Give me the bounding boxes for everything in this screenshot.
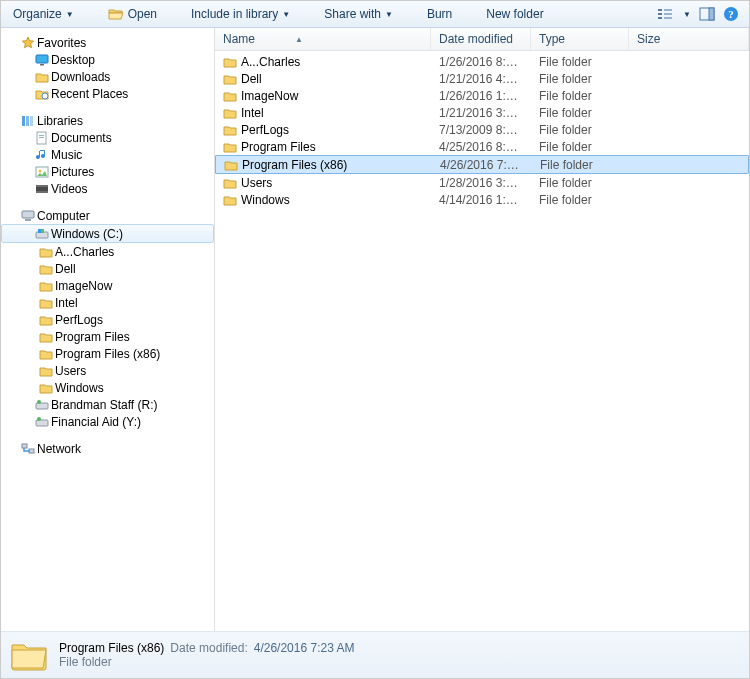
dropdown-icon[interactable]: ▼ xyxy=(683,10,691,19)
open-button[interactable]: Open xyxy=(102,5,163,23)
share-label: Share with xyxy=(324,7,381,21)
cell-name: ImageNow xyxy=(215,89,431,103)
nav-item-label: Recent Places xyxy=(51,87,128,101)
svg-rect-7 xyxy=(709,8,714,20)
content-pane: Name ▲ Date modified Type Size A...Charl… xyxy=(215,28,749,631)
nav-item-label: Financial Aid (Y:) xyxy=(51,415,141,429)
nav-tree-folder[interactable]: Users xyxy=(1,362,214,379)
file-row[interactable]: Program Files4/25/2016 8:24 AMFile folde… xyxy=(215,138,749,155)
organize-button[interactable]: Organize ▼ xyxy=(7,5,80,23)
folder-icon xyxy=(37,246,55,258)
col-name[interactable]: Name ▲ xyxy=(215,28,431,50)
videos-icon xyxy=(33,183,51,195)
col-date[interactable]: Date modified xyxy=(431,28,531,50)
svg-rect-2 xyxy=(658,17,662,19)
nav-tree-folder[interactable]: PerfLogs xyxy=(1,311,214,328)
folder-icon xyxy=(223,73,237,85)
newfolder-label: New folder xyxy=(486,7,543,21)
nav-item-label: A...Charles xyxy=(55,245,114,259)
cell-date: 1/26/2016 1:45 PM xyxy=(431,89,531,103)
cell-type: File folder xyxy=(531,176,629,190)
include-library-button[interactable]: Include in library ▼ xyxy=(185,5,296,23)
nav-network-header[interactable]: Network xyxy=(1,440,214,457)
col-type[interactable]: Type xyxy=(531,28,629,50)
file-row[interactable]: Windows4/14/2016 1:03 AMFile folder xyxy=(215,191,749,208)
nav-drive-r[interactable]: Brandman Staff (R:) xyxy=(1,396,214,413)
file-row[interactable]: Program Files (x86)4/26/2016 7:23 AMFile… xyxy=(215,155,749,174)
cell-name: Users xyxy=(215,176,431,190)
nav-computer-header[interactable]: Computer xyxy=(1,207,214,224)
cell-date: 1/28/2016 3:17 PM xyxy=(431,176,531,190)
pictures-icon xyxy=(33,166,51,178)
file-row[interactable]: A...Charles1/26/2016 8:25 AMFile folder xyxy=(215,53,749,70)
file-name: A...Charles xyxy=(241,55,300,69)
file-name: PerfLogs xyxy=(241,123,289,137)
file-row[interactable]: Intel1/21/2016 3:59 PMFile folder xyxy=(215,104,749,121)
file-row[interactable]: Users1/28/2016 3:17 PMFile folder xyxy=(215,174,749,191)
toolbar: Organize ▼ Open Include in library ▼ Sha… xyxy=(1,1,749,28)
downloads-icon xyxy=(33,71,51,83)
nav-videos[interactable]: Videos xyxy=(1,180,214,197)
nav-tree-folder[interactable]: Program Files (x86) xyxy=(1,345,214,362)
svg-point-32 xyxy=(37,417,41,421)
nav-network-group: Network xyxy=(1,440,214,457)
svg-rect-23 xyxy=(36,191,48,193)
help-icon[interactable]: ? xyxy=(723,6,739,22)
nav-favorites-group: Favorites Desktop Downloads Recent Place… xyxy=(1,34,214,102)
svg-rect-11 xyxy=(40,64,44,66)
toolbar-right: ▼ ? xyxy=(657,6,743,22)
nav-item-label: Desktop xyxy=(51,53,95,67)
nav-pictures[interactable]: Pictures xyxy=(1,163,214,180)
network-icon xyxy=(19,443,37,455)
nav-tree-folder[interactable]: Program Files xyxy=(1,328,214,345)
preview-pane-icon[interactable] xyxy=(699,7,715,21)
cell-date: 4/26/2016 7:23 AM xyxy=(432,158,532,172)
folder-icon xyxy=(223,107,237,119)
file-row[interactable]: PerfLogs7/13/2009 8:20 PMFile folder xyxy=(215,121,749,138)
nav-tree-folder[interactable]: ImageNow xyxy=(1,277,214,294)
libraries-label: Libraries xyxy=(37,114,83,128)
nav-desktop[interactable]: Desktop xyxy=(1,51,214,68)
cell-name: Windows xyxy=(215,193,431,207)
burn-button[interactable]: Burn xyxy=(421,5,458,23)
nav-libraries-group: Libraries Documents Music Pictures Video… xyxy=(1,112,214,197)
cell-date: 4/25/2016 8:24 AM xyxy=(431,140,531,154)
nav-tree-folder[interactable]: Dell xyxy=(1,260,214,277)
dropdown-icon: ▼ xyxy=(66,10,74,19)
nav-drive-c[interactable]: Windows (C:) xyxy=(1,224,214,243)
nav-tree-folder[interactable]: Windows xyxy=(1,379,214,396)
svg-rect-15 xyxy=(30,116,33,126)
nav-recent[interactable]: Recent Places xyxy=(1,85,214,102)
col-size[interactable]: Size xyxy=(629,28,749,50)
nav-tree-folder[interactable]: Intel xyxy=(1,294,214,311)
file-row[interactable]: ImageNow1/26/2016 1:45 PMFile folder xyxy=(215,87,749,104)
cell-type: File folder xyxy=(531,55,629,69)
file-name: Intel xyxy=(241,106,264,120)
nav-favorites-header[interactable]: Favorites xyxy=(1,34,214,51)
nav-music[interactable]: Music xyxy=(1,146,214,163)
nav-documents[interactable]: Documents xyxy=(1,129,214,146)
dropdown-icon: ▼ xyxy=(282,10,290,19)
computer-label: Computer xyxy=(37,209,90,223)
cell-name: Dell xyxy=(215,72,431,86)
file-row[interactable]: Dell1/21/2016 4:04 PMFile folder xyxy=(215,70,749,87)
svg-rect-33 xyxy=(22,444,27,448)
col-date-label: Date modified xyxy=(439,32,513,46)
recent-icon xyxy=(33,88,51,100)
documents-icon xyxy=(33,131,51,145)
view-options-icon[interactable] xyxy=(657,7,675,21)
nav-drive-y[interactable]: Financial Aid (Y:) xyxy=(1,413,214,430)
nav-tree-folder[interactable]: A...Charles xyxy=(1,243,214,260)
nav-pane: Favorites Desktop Downloads Recent Place… xyxy=(1,28,215,631)
details-meta-label: Date modified: xyxy=(170,641,247,655)
share-with-button[interactable]: Share with ▼ xyxy=(318,5,399,23)
svg-rect-18 xyxy=(39,137,44,138)
nav-downloads[interactable]: Downloads xyxy=(1,68,214,85)
nav-libraries-header[interactable]: Libraries xyxy=(1,112,214,129)
svg-rect-27 xyxy=(38,229,41,233)
svg-point-20 xyxy=(39,169,42,172)
folder-icon xyxy=(37,280,55,292)
file-name: Dell xyxy=(241,72,262,86)
svg-rect-31 xyxy=(36,420,48,426)
new-folder-button[interactable]: New folder xyxy=(480,5,549,23)
